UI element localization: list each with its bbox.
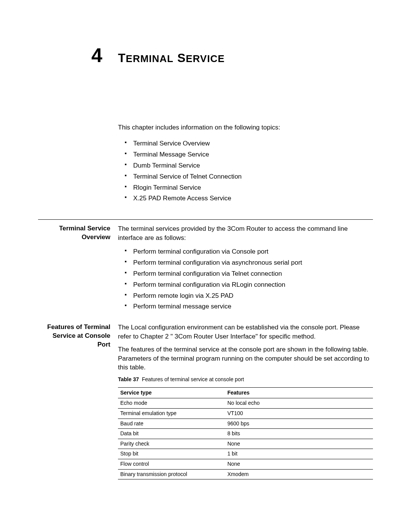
table-caption: Table 37 Features of terminal service at… xyxy=(118,376,373,383)
section-content: The terminal services provided by the 3C… xyxy=(118,224,373,312)
section-label: Terminal Service Overview xyxy=(38,224,118,312)
section-features: Features of Terminal Service at Console … xyxy=(38,323,373,479)
table-cell: No local echo xyxy=(225,398,373,409)
chapter-header: 4 TERMINAL SERVICE xyxy=(38,44,373,67)
list-item: Terminal Service of Telnet Connection xyxy=(125,171,373,182)
overview-paragraph: The terminal services provided by the 3C… xyxy=(118,224,373,243)
table-cell: Baud rate xyxy=(118,419,225,429)
list-item: Perform terminal configuration via async… xyxy=(125,257,373,268)
table-row: Flow controlNone xyxy=(118,459,373,470)
table-cell: None xyxy=(225,459,373,470)
topics-list: Terminal Service Overview Terminal Messa… xyxy=(118,138,373,204)
features-paragraph-1: The Local configuration environment can … xyxy=(118,323,373,341)
table-cell: Binary transmission protocol xyxy=(118,469,225,479)
list-item: Perform terminal message service xyxy=(125,301,373,312)
features-paragraph-2: The features of the terminal service at … xyxy=(118,345,373,372)
table-cell: Parity check xyxy=(118,439,225,449)
section-divider xyxy=(38,219,373,220)
table-row: Parity checkNone xyxy=(118,439,373,449)
list-item: Perform remote login via X.25 PAD xyxy=(125,291,373,302)
intro-block: This chapter includes information on the… xyxy=(118,124,373,204)
chapter-number: 4 xyxy=(38,44,118,67)
table-cell: Terminal emulation type xyxy=(118,409,225,419)
title-rest-1: ERMINAL xyxy=(126,53,174,64)
table-row: Data bit8 bits xyxy=(118,429,373,439)
section-label: Features of Terminal Service at Console … xyxy=(38,323,118,479)
list-item: Perform terminal configuration via Telne… xyxy=(125,268,373,280)
table-caption-text: Features of terminal service at console … xyxy=(142,376,244,382)
table-cell: Xmodem xyxy=(225,469,373,479)
list-item: Perform terminal configuration via RLogi… xyxy=(125,280,373,291)
table-cell: 9600 bps xyxy=(225,419,373,429)
title-cap-1: T xyxy=(118,51,126,65)
title-cap-2: S xyxy=(177,51,186,65)
table-header-row: Service type Features xyxy=(118,387,373,398)
intro-lead: This chapter includes information on the… xyxy=(118,124,373,131)
table-row: Echo modeNo local echo xyxy=(118,398,373,409)
table-cell: Flow control xyxy=(118,459,225,470)
table-row: Baud rate9600 bps xyxy=(118,419,373,429)
table-row: Binary transmission protocolXmodem xyxy=(118,469,373,479)
table-row: Stop bit1 bit xyxy=(118,449,373,459)
list-item: X.25 PAD Remote Access Service xyxy=(125,193,373,204)
table-cell: 8 bits xyxy=(225,429,373,439)
table-cell: Echo mode xyxy=(118,398,225,409)
list-item: Terminal Service Overview xyxy=(125,138,373,149)
table-header: Features xyxy=(225,387,373,398)
overview-bullets: Perform terminal configuration via Conso… xyxy=(118,246,373,312)
table-cell: Data bit xyxy=(118,429,225,439)
table-cell: VT100 xyxy=(225,409,373,419)
list-item: Dumb Terminal Service xyxy=(125,160,373,171)
table-caption-label: Table 37 xyxy=(118,376,139,382)
features-table: Service type Features Echo modeNo local … xyxy=(118,387,373,479)
section-content: The Local configuration environment can … xyxy=(118,323,373,479)
chapter-title: TERMINAL SERVICE xyxy=(118,51,225,65)
list-item: Terminal Message Service xyxy=(125,149,373,160)
section-overview: Terminal Service Overview The terminal s… xyxy=(38,224,373,312)
table-cell: 1 bit xyxy=(225,449,373,459)
table-cell: None xyxy=(225,439,373,449)
title-rest-2: ERVICE xyxy=(186,53,225,64)
list-item: Perform terminal configuration via Conso… xyxy=(125,246,373,257)
table-row: Terminal emulation typeVT100 xyxy=(118,409,373,419)
table-cell: Stop bit xyxy=(118,449,225,459)
document-page: 4 TERMINAL SERVICE This chapter includes… xyxy=(0,0,411,479)
list-item: Rlogin Terminal Service xyxy=(125,182,373,193)
table-header: Service type xyxy=(118,387,225,398)
